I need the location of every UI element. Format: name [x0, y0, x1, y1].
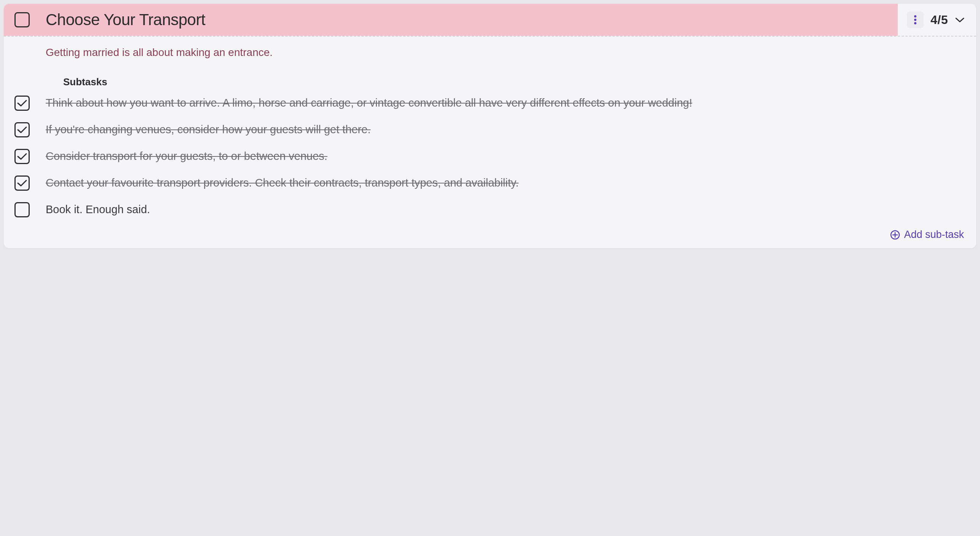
add-subtask-label: Add sub-task [904, 229, 964, 241]
subtask-list: Think about how you want to arrive. A li… [14, 95, 966, 217]
task-description: Getting married is all about making an e… [46, 46, 966, 59]
check-icon [17, 179, 27, 187]
check-icon [17, 152, 27, 161]
subtask-text[interactable]: Contact your favourite transport provide… [46, 175, 966, 191]
subtask-row: Book it. Enough said. [14, 201, 966, 217]
task-card: Choose Your Transport 4/5 Getting marrie… [4, 4, 976, 248]
header-aside: 4/5 [898, 4, 976, 36]
more-vertical-icon [914, 15, 917, 25]
task-header: Choose Your Transport 4/5 [4, 4, 976, 36]
svg-point-2 [914, 22, 916, 24]
more-options-button[interactable] [907, 11, 924, 28]
check-icon [17, 99, 27, 107]
task-body: Getting married is all about making an e… [4, 37, 976, 248]
task-title: Choose Your Transport [46, 11, 205, 29]
subtask-text[interactable]: Book it. Enough said. [46, 201, 966, 217]
subtask-checkbox[interactable] [14, 175, 30, 191]
subtask-text[interactable]: Think about how you want to arrive. A li… [46, 95, 966, 111]
subtask-row: If you're changing venues, consider how … [14, 121, 966, 137]
header-border: Choose Your Transport 4/5 [4, 4, 976, 37]
subtask-checkbox[interactable] [14, 149, 30, 164]
check-icon [17, 126, 27, 134]
progress-counter: 4/5 [931, 13, 948, 27]
subtask-text[interactable]: Consider transport for your guests, to o… [46, 148, 966, 164]
subtask-row: Contact your favourite transport provide… [14, 175, 966, 191]
subtask-text[interactable]: If you're changing venues, consider how … [46, 121, 966, 137]
svg-point-0 [914, 15, 916, 18]
plus-circle-icon [890, 230, 900, 240]
subtask-checkbox[interactable] [14, 202, 30, 217]
svg-point-1 [914, 19, 916, 21]
subtasks-heading: Subtasks [63, 76, 966, 88]
chevron-down-icon[interactable] [955, 17, 965, 23]
subtask-row: Consider transport for your guests, to o… [14, 148, 966, 164]
subtask-row: Think about how you want to arrive. A li… [14, 95, 966, 111]
add-subtask-button[interactable]: Add sub-task [14, 229, 966, 241]
subtask-checkbox[interactable] [14, 122, 30, 137]
header-main: Choose Your Transport [4, 4, 898, 36]
task-checkbox[interactable] [14, 12, 30, 27]
subtask-checkbox[interactable] [14, 96, 30, 111]
